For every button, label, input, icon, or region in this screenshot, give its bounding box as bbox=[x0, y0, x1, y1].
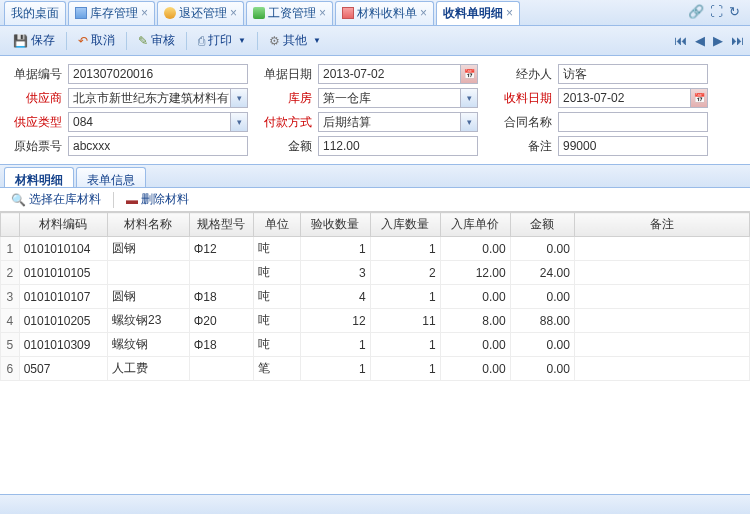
supply-type-input[interactable] bbox=[68, 112, 248, 132]
tab-material-detail[interactable]: 材料明细 bbox=[4, 167, 74, 187]
close-icon[interactable]: × bbox=[420, 6, 427, 20]
cell-qty_in: 1 bbox=[370, 333, 440, 357]
tool-link-icon[interactable]: 🔗 bbox=[688, 4, 704, 19]
col-header[interactable]: 验收数量 bbox=[300, 213, 370, 237]
cell-price: 0.00 bbox=[440, 285, 510, 309]
nav-prev-icon[interactable]: ◀ bbox=[695, 33, 705, 48]
row-number: 3 bbox=[1, 285, 20, 309]
col-header[interactable]: 入库数量 bbox=[370, 213, 440, 237]
cell-spec: Φ20 bbox=[189, 309, 253, 333]
col-header[interactable]: 规格型号 bbox=[189, 213, 253, 237]
supplier-input[interactable] bbox=[68, 88, 248, 108]
audit-button[interactable]: ✎审核 bbox=[131, 29, 182, 52]
cell-amount: 0.00 bbox=[510, 333, 574, 357]
cell-spec: Φ12 bbox=[189, 237, 253, 261]
col-header[interactable]: 备注 bbox=[574, 213, 749, 237]
nav-first-icon[interactable]: ⏮ bbox=[674, 33, 687, 48]
chevron-down-icon[interactable]: ▾ bbox=[230, 113, 247, 131]
supplier-label: 供应商 bbox=[10, 90, 68, 107]
orig-no-input[interactable] bbox=[68, 136, 248, 156]
save-label: 保存 bbox=[31, 32, 55, 49]
chevron-down-icon: ▼ bbox=[313, 36, 321, 45]
warehouse-input[interactable] bbox=[318, 88, 478, 108]
main-tabbar: 我的桌面库存管理×退还管理×工资管理×材料收料单×收料单明细× bbox=[0, 0, 750, 26]
nav-last-icon[interactable]: ⏭ bbox=[731, 33, 744, 48]
tab-label: 退还管理 bbox=[179, 5, 227, 22]
delete-material-button[interactable]: ▬删除材料 bbox=[119, 188, 196, 211]
delete-icon: ▬ bbox=[126, 193, 138, 207]
tab-退还管理[interactable]: 退还管理× bbox=[157, 1, 244, 25]
chevron-down-icon[interactable]: ▾ bbox=[460, 113, 477, 131]
delete-material-label: 删除材料 bbox=[141, 191, 189, 208]
tab-材料收料单[interactable]: 材料收料单× bbox=[335, 1, 434, 25]
cell-price: 0.00 bbox=[440, 333, 510, 357]
cell-name: 螺纹钢 bbox=[108, 333, 190, 357]
amount-input[interactable] bbox=[318, 136, 478, 156]
cell-price: 0.00 bbox=[440, 357, 510, 381]
chevron-down-icon[interactable]: ▾ bbox=[230, 89, 247, 107]
other-button[interactable]: ⚙其他▼ bbox=[262, 29, 328, 52]
cell-price: 0.00 bbox=[440, 237, 510, 261]
separator bbox=[257, 32, 258, 50]
cell-qty_chk: 1 bbox=[300, 357, 370, 381]
tab-label: 材料收料单 bbox=[357, 5, 417, 22]
col-header[interactable]: 材料名称 bbox=[108, 213, 190, 237]
doc-date-input[interactable] bbox=[318, 64, 478, 84]
tool-refresh-icon[interactable]: ↻ bbox=[729, 4, 740, 19]
close-icon[interactable]: × bbox=[319, 6, 326, 20]
table-row[interactable]: 30101010107圆钢Φ18吨410.000.00 bbox=[1, 285, 750, 309]
save-button[interactable]: 💾保存 bbox=[6, 29, 62, 52]
nav-next-icon[interactable]: ▶ bbox=[713, 33, 723, 48]
table-row[interactable]: 40101010205螺纹钢23Φ20吨12118.0088.00 bbox=[1, 309, 750, 333]
gear-icon: ⚙ bbox=[269, 34, 280, 48]
audit-label: 审核 bbox=[151, 32, 175, 49]
cell-code: 0101010205 bbox=[19, 309, 107, 333]
col-header[interactable]: 材料编码 bbox=[19, 213, 107, 237]
tab-form-info[interactable]: 表单信息 bbox=[76, 167, 146, 187]
doc-no-input[interactable] bbox=[68, 64, 248, 84]
recv-date-input[interactable] bbox=[558, 88, 708, 108]
print-button[interactable]: ⎙打印▼ bbox=[191, 29, 253, 52]
cell-code: 0101010104 bbox=[19, 237, 107, 261]
table-row[interactable]: 60507人工费笔110.000.00 bbox=[1, 357, 750, 381]
cell-qty_chk: 4 bbox=[300, 285, 370, 309]
table-row[interactable]: 50101010309螺纹钢Φ18吨110.000.00 bbox=[1, 333, 750, 357]
sub-tabbar: 材料明细 表单信息 bbox=[0, 164, 750, 188]
chevron-down-icon[interactable]: ▾ bbox=[460, 89, 477, 107]
close-icon[interactable]: × bbox=[230, 6, 237, 20]
material-grid[interactable]: 材料编码材料名称规格型号单位验收数量入库数量入库单价金额备注 101010101… bbox=[0, 212, 750, 381]
tab-我的桌面[interactable]: 我的桌面 bbox=[4, 1, 66, 25]
close-icon[interactable]: × bbox=[506, 6, 513, 20]
cancel-button[interactable]: ↶取消 bbox=[71, 29, 122, 52]
cell-remark bbox=[574, 333, 749, 357]
close-icon[interactable]: × bbox=[141, 6, 148, 20]
col-header[interactable]: 单位 bbox=[253, 213, 300, 237]
cell-name: 圆钢 bbox=[108, 285, 190, 309]
cell-code: 0101010107 bbox=[19, 285, 107, 309]
col-header[interactable]: 金额 bbox=[510, 213, 574, 237]
tab-工资管理[interactable]: 工资管理× bbox=[246, 1, 333, 25]
col-header[interactable]: 入库单价 bbox=[440, 213, 510, 237]
table-row[interactable]: 10101010104圆钢Φ12吨110.000.00 bbox=[1, 237, 750, 261]
calendar-icon[interactable]: 📅 bbox=[460, 65, 477, 83]
tab-库存管理[interactable]: 库存管理× bbox=[68, 1, 155, 25]
contract-input[interactable] bbox=[558, 112, 708, 132]
row-number: 1 bbox=[1, 237, 20, 261]
tab-收料单明细[interactable]: 收料单明细× bbox=[436, 1, 520, 25]
tool-maximize-icon[interactable]: ⛶ bbox=[710, 4, 723, 19]
table-row[interactable]: 20101010105吨3212.0024.00 bbox=[1, 261, 750, 285]
pay-icon bbox=[164, 7, 176, 19]
remark-input[interactable] bbox=[558, 136, 708, 156]
calendar-icon[interactable]: 📅 bbox=[690, 89, 707, 107]
doc-no-label: 单据编号 bbox=[10, 66, 68, 83]
cell-price: 12.00 bbox=[440, 261, 510, 285]
select-stock-label: 选择在库材料 bbox=[29, 191, 101, 208]
cell-qty_chk: 12 bbox=[300, 309, 370, 333]
cell-amount: 0.00 bbox=[510, 357, 574, 381]
cell-qty_in: 1 bbox=[370, 357, 440, 381]
contract-label: 合同名称 bbox=[500, 114, 558, 131]
operator-input[interactable] bbox=[558, 64, 708, 84]
pay-method-input[interactable] bbox=[318, 112, 478, 132]
print-label: 打印 bbox=[208, 32, 232, 49]
select-stock-button[interactable]: 🔍选择在库材料 bbox=[4, 188, 108, 211]
